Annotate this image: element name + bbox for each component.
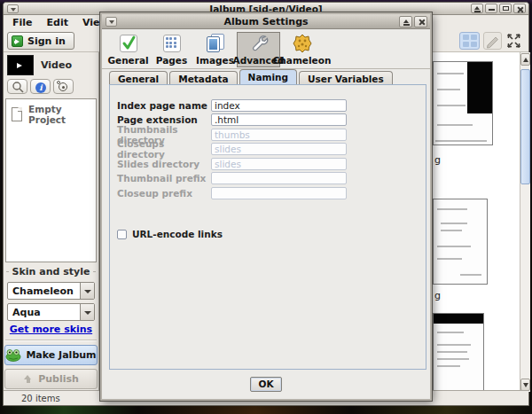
field-input[interactable] [211, 187, 347, 199]
wrench-icon [248, 33, 270, 54]
project-sidebar: Video i Empty Project Skin and style Cha… [4, 52, 99, 392]
form-field-row: Closeups directory [117, 143, 419, 156]
publish-button[interactable]: Publish [4, 369, 98, 389]
grid-icon[interactable] [459, 32, 480, 50]
shade-icon[interactable] [399, 16, 412, 27]
shade-icon[interactable] [471, 4, 483, 13]
naming-tab-panel: Index page name Page extension Thumbnail… [109, 84, 426, 370]
field-label: Thumbnail prefix [117, 173, 211, 184]
lens-icon[interactable] [53, 79, 74, 94]
url-encode-checkbox[interactable] [117, 230, 127, 239]
menu-item[interactable]: Edit [40, 16, 75, 29]
frog-icon [5, 348, 21, 362]
category-general[interactable]: General [106, 32, 150, 67]
form-field-row: Slides directory [117, 157, 419, 170]
make-album-label: Make Jalbum [26, 349, 96, 361]
video-item-label: Video [41, 59, 72, 71]
settings-category-toolbar: General Pages Images Advanced [102, 29, 430, 69]
sign-in-label: Sign in [27, 35, 66, 47]
minimize-icon[interactable] [485, 4, 497, 13]
thumbnail-panel: g g [433, 52, 530, 392]
publish-label: Publish [38, 373, 79, 385]
vertical-scrollbar[interactable] [520, 52, 530, 392]
skin-section-title: Skin and style [4, 266, 98, 277]
photo-stack-icon [205, 33, 226, 54]
category-chameleon[interactable]: Chameleon [280, 32, 324, 67]
scrollbar-down-icon[interactable] [520, 379, 530, 391]
tab-general[interactable]: General [109, 71, 168, 84]
scrollbar-thumb[interactable] [520, 69, 530, 184]
style-dropdown[interactable]: Aqua [7, 303, 95, 321]
edit-icon[interactable] [483, 32, 502, 50]
field-label: Closeup prefix [117, 188, 211, 199]
items-count: 20 items [21, 394, 60, 403]
chameleon-icon [292, 33, 313, 54]
form-field-row: Thumbnail prefix [117, 172, 419, 185]
form-field-row: Index page name [117, 98, 419, 112]
dialog-titlebar: Album Settings [102, 14, 430, 29]
field-label: Slides directory [117, 159, 211, 169]
tab-naming[interactable]: Naming [239, 69, 297, 84]
signin-arrow-icon [12, 35, 23, 47]
field-label: Closeups directory [117, 138, 211, 160]
style-dropdown-value: Aqua [8, 307, 80, 318]
field-input[interactable] [211, 158, 347, 170]
upload-icon [23, 375, 33, 384]
field-input[interactable] [211, 113, 347, 126]
field-input[interactable] [211, 129, 347, 141]
menu-item[interactable]: File [5, 16, 40, 29]
desktop-wallpaper-strip [0, 406, 532, 414]
dropdown-arrow-icon [80, 283, 94, 299]
thumbnail-caption: g [434, 290, 441, 301]
form-field-row: Closeup prefix [117, 186, 419, 199]
album-item-video[interactable]: Video [7, 55, 72, 75]
skin-dropdown-value: Chameleon [8, 285, 80, 297]
naming-form: Index page name Page extension Thumbnail… [117, 98, 419, 201]
close-icon[interactable] [513, 4, 526, 13]
album-settings-dialog: Album Settings General Pages Images [100, 12, 432, 401]
tab-user-variables[interactable]: User Variables [299, 71, 393, 84]
thumbnail-item[interactable] [433, 199, 488, 285]
tab-metadata[interactable]: Metadata [169, 71, 237, 84]
project-tree: Empty Project [5, 98, 97, 262]
settings-tab-bar: General Metadata Naming User Variables [109, 69, 423, 84]
tree-item-empty-project[interactable]: Empty Project [6, 99, 96, 125]
thumbnail-item[interactable] [433, 61, 493, 145]
dialog-title: Album Settings [102, 16, 430, 27]
field-input[interactable] [211, 99, 347, 112]
page-icon [12, 107, 22, 121]
dot-grid-icon [161, 33, 183, 54]
close-icon[interactable] [414, 16, 427, 27]
get-more-skins-link[interactable]: Get more skins [4, 324, 98, 335]
empty-project-label: Empty Project [28, 104, 96, 125]
ok-button[interactable]: OK [250, 377, 282, 392]
field-input[interactable] [211, 172, 347, 184]
dropdown-arrow-icon [80, 304, 94, 320]
field-label: Index page name [117, 100, 211, 111]
url-encode-label: URL-encode links [132, 229, 223, 239]
thumbnail-caption: g [434, 154, 441, 166]
maximize-icon[interactable] [499, 4, 512, 13]
sign-in-button[interactable]: Sign in [7, 32, 74, 50]
info-icon[interactable]: i [30, 79, 51, 94]
fullscreen-icon[interactable] [505, 33, 522, 49]
search-icon[interactable] [7, 79, 27, 94]
category-images[interactable]: Images [193, 32, 237, 67]
scrollbar-up-icon[interactable] [520, 53, 530, 66]
divider [5, 340, 97, 340]
video-thumbnail [7, 55, 34, 75]
check-icon [118, 33, 139, 54]
field-input[interactable] [211, 143, 347, 155]
category-pages[interactable]: Pages [150, 32, 193, 67]
make-album-button[interactable]: Make Jalbum [4, 345, 98, 365]
thumbnail-item[interactable] [433, 313, 484, 392]
skin-dropdown[interactable]: Chameleon [7, 282, 95, 300]
